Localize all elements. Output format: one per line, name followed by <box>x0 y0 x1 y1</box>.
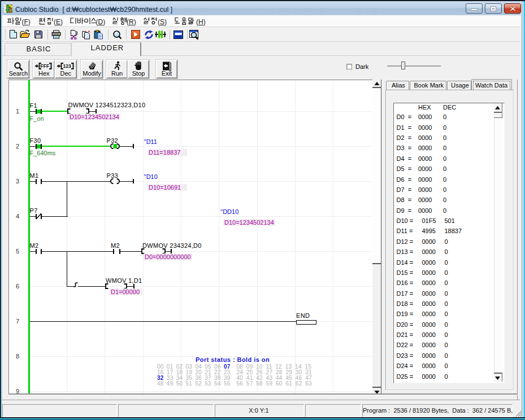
svg-text:FFF: FFF <box>41 63 50 69</box>
svg-text:123: 123 <box>63 63 71 69</box>
